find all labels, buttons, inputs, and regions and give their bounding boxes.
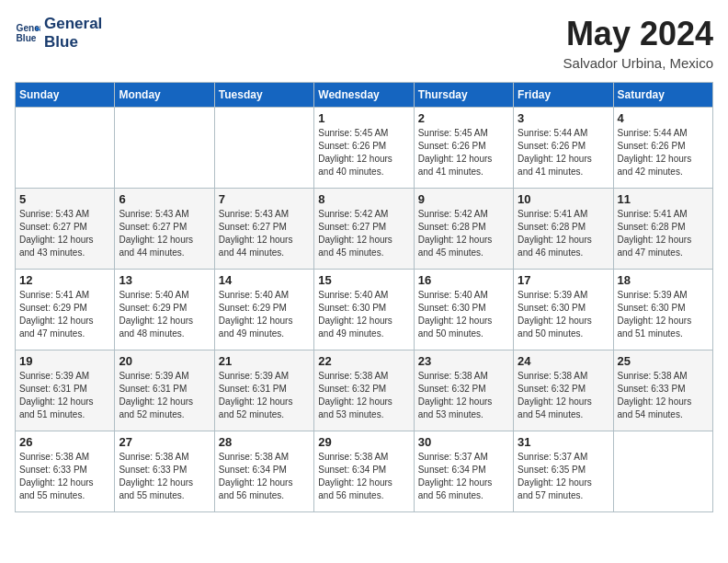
day-number: 5 bbox=[19, 192, 110, 206]
day-info: Sunrise: 5:38 AM Sunset: 6:32 PM Dayligh… bbox=[518, 370, 609, 421]
day-info: Sunrise: 5:38 AM Sunset: 6:33 PM Dayligh… bbox=[618, 370, 709, 421]
day-number: 16 bbox=[418, 273, 509, 287]
calendar-cell: 13Sunrise: 5:40 AM Sunset: 6:29 PM Dayli… bbox=[115, 270, 214, 350]
day-number: 27 bbox=[119, 435, 210, 449]
calendar-cell: 25Sunrise: 5:38 AM Sunset: 6:33 PM Dayli… bbox=[613, 350, 712, 431]
weekday-header-sunday: Sunday bbox=[16, 83, 115, 108]
calendar-cell: 26Sunrise: 5:38 AM Sunset: 6:33 PM Dayli… bbox=[16, 431, 115, 512]
day-number: 29 bbox=[318, 435, 409, 449]
day-info: Sunrise: 5:38 AM Sunset: 6:33 PM Dayligh… bbox=[119, 451, 210, 502]
logo-line1: General bbox=[44, 15, 102, 33]
day-info: Sunrise: 5:43 AM Sunset: 6:27 PM Dayligh… bbox=[119, 208, 210, 259]
day-number: 23 bbox=[418, 354, 509, 368]
calendar-cell: 19Sunrise: 5:39 AM Sunset: 6:31 PM Dayli… bbox=[16, 350, 115, 431]
day-number: 17 bbox=[518, 273, 609, 287]
day-number: 6 bbox=[119, 192, 210, 206]
day-info: Sunrise: 5:41 AM Sunset: 6:28 PM Dayligh… bbox=[518, 208, 609, 259]
weekday-header-row: SundayMondayTuesdayWednesdayThursdayFrid… bbox=[16, 83, 713, 108]
calendar-cell: 8Sunrise: 5:42 AM Sunset: 6:27 PM Daylig… bbox=[314, 189, 414, 270]
calendar-cell: 5Sunrise: 5:43 AM Sunset: 6:27 PM Daylig… bbox=[16, 189, 115, 270]
calendar-cell bbox=[16, 108, 115, 189]
title-block: May 2024 Salvador Urbina, Mexico bbox=[563, 15, 713, 71]
day-info: Sunrise: 5:39 AM Sunset: 6:31 PM Dayligh… bbox=[19, 370, 110, 421]
calendar-cell: 21Sunrise: 5:39 AM Sunset: 6:31 PM Dayli… bbox=[214, 350, 313, 431]
svg-text:Blue: Blue bbox=[17, 34, 37, 44]
day-number: 8 bbox=[318, 192, 409, 206]
day-number: 11 bbox=[618, 192, 709, 206]
day-info: Sunrise: 5:38 AM Sunset: 6:34 PM Dayligh… bbox=[318, 451, 409, 502]
calendar-cell: 20Sunrise: 5:39 AM Sunset: 6:31 PM Dayli… bbox=[115, 350, 214, 431]
logo-icon: General Blue bbox=[15, 20, 40, 46]
day-info: Sunrise: 5:40 AM Sunset: 6:30 PM Dayligh… bbox=[418, 289, 509, 340]
day-number: 13 bbox=[119, 273, 210, 287]
day-number: 26 bbox=[19, 435, 110, 449]
day-info: Sunrise: 5:39 AM Sunset: 6:31 PM Dayligh… bbox=[219, 370, 310, 421]
day-number: 18 bbox=[618, 273, 709, 287]
day-info: Sunrise: 5:38 AM Sunset: 6:33 PM Dayligh… bbox=[19, 451, 110, 502]
day-info: Sunrise: 5:40 AM Sunset: 6:29 PM Dayligh… bbox=[119, 289, 210, 340]
day-info: Sunrise: 5:45 AM Sunset: 6:26 PM Dayligh… bbox=[418, 127, 509, 178]
logo: General Blue General Blue bbox=[15, 15, 102, 52]
day-info: Sunrise: 5:38 AM Sunset: 6:32 PM Dayligh… bbox=[318, 370, 409, 421]
calendar-cell: 29Sunrise: 5:38 AM Sunset: 6:34 PM Dayli… bbox=[314, 431, 414, 512]
day-info: Sunrise: 5:44 AM Sunset: 6:26 PM Dayligh… bbox=[518, 127, 609, 178]
day-number: 30 bbox=[418, 435, 509, 449]
day-number: 7 bbox=[219, 192, 310, 206]
calendar-cell: 1Sunrise: 5:45 AM Sunset: 6:26 PM Daylig… bbox=[314, 108, 414, 189]
calendar-table: SundayMondayTuesdayWednesdayThursdayFrid… bbox=[15, 82, 713, 512]
day-number: 20 bbox=[119, 354, 210, 368]
day-number: 25 bbox=[618, 354, 709, 368]
calendar-cell: 15Sunrise: 5:40 AM Sunset: 6:30 PM Dayli… bbox=[314, 270, 414, 350]
calendar-cell bbox=[214, 108, 313, 189]
calendar-cell: 16Sunrise: 5:40 AM Sunset: 6:30 PM Dayli… bbox=[414, 270, 513, 350]
calendar-cell: 4Sunrise: 5:44 AM Sunset: 6:26 PM Daylig… bbox=[613, 108, 712, 189]
day-number: 4 bbox=[618, 111, 709, 125]
day-info: Sunrise: 5:40 AM Sunset: 6:30 PM Dayligh… bbox=[318, 289, 409, 340]
calendar-cell: 17Sunrise: 5:39 AM Sunset: 6:30 PM Dayli… bbox=[514, 270, 613, 350]
day-number: 21 bbox=[219, 354, 310, 368]
day-number: 14 bbox=[219, 273, 310, 287]
calendar-cell: 22Sunrise: 5:38 AM Sunset: 6:32 PM Dayli… bbox=[314, 350, 414, 431]
day-number: 10 bbox=[518, 192, 609, 206]
page-header: General Blue General Blue May 2024 Salva… bbox=[15, 15, 713, 71]
weekday-header-friday: Friday bbox=[514, 83, 613, 108]
day-number: 3 bbox=[518, 111, 609, 125]
calendar-cell bbox=[115, 108, 214, 189]
day-number: 31 bbox=[518, 435, 609, 449]
calendar-cell: 10Sunrise: 5:41 AM Sunset: 6:28 PM Dayli… bbox=[514, 189, 613, 270]
day-number: 1 bbox=[318, 111, 409, 125]
weekday-header-monday: Monday bbox=[115, 83, 214, 108]
calendar-cell: 3Sunrise: 5:44 AM Sunset: 6:26 PM Daylig… bbox=[514, 108, 613, 189]
calendar-cell: 24Sunrise: 5:38 AM Sunset: 6:32 PM Dayli… bbox=[514, 350, 613, 431]
weekday-header-saturday: Saturday bbox=[613, 83, 712, 108]
day-info: Sunrise: 5:42 AM Sunset: 6:28 PM Dayligh… bbox=[418, 208, 509, 259]
day-info: Sunrise: 5:41 AM Sunset: 6:29 PM Dayligh… bbox=[19, 289, 110, 340]
calendar-cell: 27Sunrise: 5:38 AM Sunset: 6:33 PM Dayli… bbox=[115, 431, 214, 512]
calendar-cell bbox=[613, 431, 712, 512]
calendar-cell: 9Sunrise: 5:42 AM Sunset: 6:28 PM Daylig… bbox=[414, 189, 513, 270]
calendar-cell: 6Sunrise: 5:43 AM Sunset: 6:27 PM Daylig… bbox=[115, 189, 214, 270]
calendar-cell: 31Sunrise: 5:37 AM Sunset: 6:35 PM Dayli… bbox=[514, 431, 613, 512]
calendar-cell: 2Sunrise: 5:45 AM Sunset: 6:26 PM Daylig… bbox=[414, 108, 513, 189]
logo-line2: Blue bbox=[44, 33, 102, 52]
day-info: Sunrise: 5:37 AM Sunset: 6:34 PM Dayligh… bbox=[418, 451, 509, 502]
weekday-header-tuesday: Tuesday bbox=[214, 83, 313, 108]
week-row-1: 1Sunrise: 5:45 AM Sunset: 6:26 PM Daylig… bbox=[16, 108, 713, 189]
day-number: 9 bbox=[418, 192, 509, 206]
calendar-cell: 11Sunrise: 5:41 AM Sunset: 6:28 PM Dayli… bbox=[613, 189, 712, 270]
calendar-cell: 23Sunrise: 5:38 AM Sunset: 6:32 PM Dayli… bbox=[414, 350, 513, 431]
day-info: Sunrise: 5:44 AM Sunset: 6:26 PM Dayligh… bbox=[618, 127, 709, 178]
day-info: Sunrise: 5:40 AM Sunset: 6:29 PM Dayligh… bbox=[219, 289, 310, 340]
day-number: 28 bbox=[219, 435, 310, 449]
weekday-header-thursday: Thursday bbox=[414, 83, 513, 108]
day-number: 22 bbox=[318, 354, 409, 368]
day-info: Sunrise: 5:38 AM Sunset: 6:32 PM Dayligh… bbox=[418, 370, 509, 421]
week-row-3: 12Sunrise: 5:41 AM Sunset: 6:29 PM Dayli… bbox=[16, 270, 713, 350]
week-row-5: 26Sunrise: 5:38 AM Sunset: 6:33 PM Dayli… bbox=[16, 431, 713, 512]
day-number: 12 bbox=[19, 273, 110, 287]
weekday-header-wednesday: Wednesday bbox=[314, 83, 414, 108]
week-row-4: 19Sunrise: 5:39 AM Sunset: 6:31 PM Dayli… bbox=[16, 350, 713, 431]
week-row-2: 5Sunrise: 5:43 AM Sunset: 6:27 PM Daylig… bbox=[16, 189, 713, 270]
day-info: Sunrise: 5:43 AM Sunset: 6:27 PM Dayligh… bbox=[219, 208, 310, 259]
day-number: 15 bbox=[318, 273, 409, 287]
